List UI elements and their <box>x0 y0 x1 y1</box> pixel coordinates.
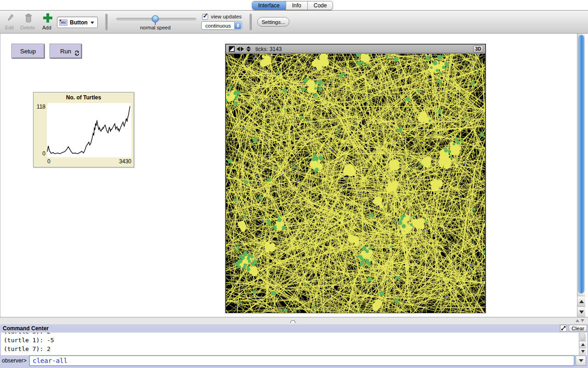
netlogo-window: Interface Info Code Edit Delete Add abc … <box>0 0 588 368</box>
observer-prompt-label: observer> <box>2 355 27 366</box>
view-updates-checkbox[interactable]: ✓ <box>202 14 208 20</box>
world-view-titlebar[interactable]: ticks: 3143 3D <box>226 45 485 53</box>
tab-info[interactable]: Info <box>286 1 307 10</box>
command-output[interactable]: (turtle 5): 2 (turtle 1): -5 (turtle 7):… <box>1 333 587 355</box>
splitter-handle[interactable] <box>290 320 295 323</box>
command-center: Command Center Clear (turtle 5): 2 (turt… <box>0 324 588 368</box>
collapse-down-icon <box>581 319 584 322</box>
widget-type-value: Button <box>70 19 88 26</box>
toolbar-separator <box>105 14 107 30</box>
output-scroll-down[interactable] <box>579 348 586 355</box>
plot-xmax-label: 3430 <box>98 158 131 165</box>
speed-slider-thumb[interactable] <box>152 15 159 23</box>
down-arrow-icon <box>581 350 585 353</box>
up-arrow-icon <box>581 343 585 346</box>
forever-icon <box>74 51 79 56</box>
ticks-counter: ticks: 3143 <box>255 46 282 52</box>
collapse-up-icon <box>576 319 579 322</box>
edit-button[interactable]: Edit <box>5 25 14 30</box>
plot-ymin-label: 0 <box>34 150 45 157</box>
plot-xmin-label: 0 <box>47 158 51 165</box>
command-center-header: Command Center Clear <box>0 324 588 333</box>
command-history-dropdown[interactable] <box>576 356 586 366</box>
world-view-canvas[interactable] <box>226 54 485 313</box>
view-updates-label: view updates <box>211 14 242 19</box>
add-button[interactable]: Add <box>42 25 51 30</box>
view-titlebar-icons <box>229 46 254 52</box>
output-scrollbar-thumb[interactable] <box>580 333 586 341</box>
plot-line-chart <box>47 103 131 157</box>
speed-slider-label: normal speed <box>132 25 178 30</box>
command-output-lines: (turtle 5): 2 (turtle 1): -5 (turtle 7):… <box>1 333 587 353</box>
tab-bar: Interface Info Code <box>252 1 333 10</box>
scroll-up-button[interactable] <box>577 296 585 306</box>
tab-code[interactable]: Code <box>307 1 333 10</box>
command-input[interactable]: clear-all <box>29 355 575 366</box>
main-vertical-scrollbar[interactable] <box>577 34 585 317</box>
command-center-title: Command Center <box>3 325 49 332</box>
plot-area <box>47 103 131 157</box>
toolbar: Edit Delete Add abc Button normal speed … <box>0 10 588 34</box>
command-center-splitter[interactable] <box>0 317 588 324</box>
diagonal-arrows-icon <box>561 326 566 331</box>
scroll-down-button[interactable] <box>577 306 585 317</box>
dropdown-arrow-icon <box>579 359 583 362</box>
export-window-button[interactable] <box>560 325 567 332</box>
down-arrow-icon <box>579 310 584 314</box>
run-button[interactable]: Run <box>50 44 82 58</box>
settings-button[interactable]: Settings... <box>257 17 289 27</box>
world-view-widget[interactable]: ticks: 3143 3D <box>225 44 486 313</box>
add-plus-icon[interactable] <box>43 13 53 23</box>
delete-trash-icon[interactable] <box>24 13 33 23</box>
setup-button[interactable]: Setup <box>11 44 45 58</box>
plot-ymax-label: 118 <box>34 104 45 110</box>
update-mode-dropdown[interactable]: continuous <box>201 21 242 30</box>
toolbar-separator <box>249 14 252 30</box>
output-scroll-up[interactable] <box>579 341 586 348</box>
clear-button[interactable]: Clear <box>569 325 587 332</box>
tab-interface[interactable]: Interface <box>252 1 286 10</box>
up-arrow-icon <box>579 300 584 303</box>
splitter-collapse-arrows[interactable] <box>576 319 584 322</box>
scrollbar-thumb[interactable] <box>578 35 584 293</box>
checkmark-icon: ✓ <box>203 12 209 20</box>
update-mode-value: continuous <box>205 23 231 29</box>
dropdown-arrow-icon <box>90 22 94 24</box>
output-scrollbar[interactable] <box>579 333 586 355</box>
edit-pencil-icon[interactable] <box>7 13 14 23</box>
interface-canvas-area: Setup Run No. of Turtles 118 0 0 3430 <box>0 34 588 317</box>
delete-button[interactable]: Delete <box>20 25 35 30</box>
plot-title: No. of Turtles <box>34 94 134 101</box>
view-3d-button[interactable]: 3D <box>473 46 483 52</box>
command-input-value: clear-all <box>33 357 68 364</box>
stepper-icon <box>234 22 241 29</box>
button-widget-icon: abc <box>59 19 68 26</box>
plot-widget[interactable]: No. of Turtles 118 0 0 3430 <box>33 92 134 167</box>
widget-type-dropdown[interactable]: abc Button <box>57 17 98 28</box>
